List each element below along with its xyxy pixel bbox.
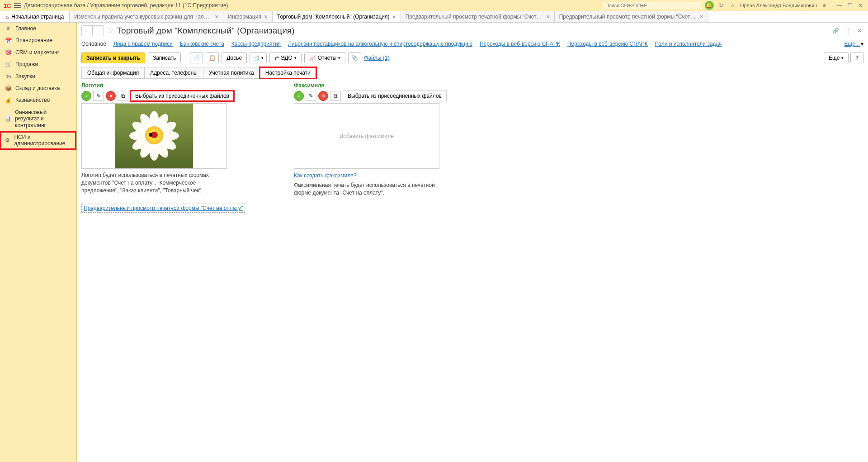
subnav-roles[interactable]: Роли и исполнители задач xyxy=(655,41,722,47)
subnav: Основное Лица с правом подписи Банковски… xyxy=(77,39,868,49)
star-icon[interactable]: ☆ xyxy=(107,26,114,36)
subnav-licenses[interactable]: Лицензии поставщиков на алкогольную и сп… xyxy=(288,41,472,47)
edo-button[interactable]: ⇄ ЭДО ▾ xyxy=(269,52,302,63)
edit-button[interactable]: ✎ xyxy=(93,91,104,101)
window-controls: — ❐ ✕ xyxy=(835,2,864,9)
inner-tab-addresses[interactable]: Адреса, телефоны xyxy=(144,67,203,79)
tab-2[interactable]: Информация × xyxy=(223,11,273,22)
tab-label: Торговый дом "Комплексный" (Организация) xyxy=(277,14,389,20)
sidebar-item-finance[interactable]: 📊 Финансовый результат и контроллинг xyxy=(0,106,76,131)
subnav-signers[interactable]: Лица с правом подписи xyxy=(113,41,173,47)
sidebar-item-admin[interactable]: ⚙ НСИ и администрирование xyxy=(0,131,76,150)
sidebar-item-label: Планирование xyxy=(15,37,52,43)
add-button[interactable]: + xyxy=(294,91,304,101)
tab-close-icon[interactable]: × xyxy=(264,13,268,20)
preview-link[interactable]: Предварительный просмотр печатной формы … xyxy=(81,204,245,213)
close-icon[interactable]: ✕ xyxy=(856,2,864,9)
search-input[interactable] xyxy=(603,2,702,9)
gear-icon: ⚙ xyxy=(5,137,10,143)
hamburger-icon[interactable] xyxy=(14,3,21,8)
subnav-more-label: Еще... xyxy=(844,41,860,47)
favorite-icon[interactable]: ☆ xyxy=(728,1,737,10)
subnav-cash[interactable]: Кассы предприятия xyxy=(231,41,281,47)
subnav-spark1[interactable]: Переходы в веб-версию СПАРК xyxy=(480,41,560,47)
inner-tab-general[interactable]: Общая информация xyxy=(81,67,145,79)
tab-4[interactable]: Предварительный просмотр печатной формы … xyxy=(401,11,555,22)
list-icon: ≡ xyxy=(5,25,12,32)
reports-label: Отчеты xyxy=(318,55,336,61)
tab-close-icon[interactable]: × xyxy=(546,13,550,20)
print-button[interactable]: 📄 xyxy=(190,52,203,63)
content-area: ← → ☆ Торговый дом "Комплексный" (Органи… xyxy=(77,23,868,462)
sidebar-item-crm[interactable]: 🎯 CRM и маркетинг xyxy=(0,47,76,58)
app-logo: 1C xyxy=(4,2,11,9)
chevron-down-icon: ▾ xyxy=(861,41,863,47)
subnav-more[interactable]: Еще... ▾ xyxy=(844,41,863,47)
subnav-bank[interactable]: Банковские счета xyxy=(180,41,224,47)
copy-button[interactable]: 📑▾ xyxy=(250,52,267,63)
toolbar: Записать и закрыть Записать 📄 📋 Досье 📑▾… xyxy=(77,49,868,67)
tab-label: Изменены правила учета курсовых разниц д… xyxy=(74,14,212,20)
user-name[interactable]: Орлов Александр Владимирович xyxy=(740,3,817,8)
dossier-button[interactable]: Досье xyxy=(222,52,247,63)
sidebar-item-purchases[interactable]: 🛍 Закупки xyxy=(0,71,76,82)
minimize-icon[interactable]: — xyxy=(835,2,844,9)
settings-icon[interactable]: ≡ xyxy=(820,1,829,10)
sidebar-item-main[interactable]: ≡ Главное xyxy=(0,23,76,34)
how-to-link[interactable]: Как создать факсимиле? xyxy=(294,172,357,179)
sidebar-item-planning[interactable]: 📅 Планирование xyxy=(0,34,76,46)
more-button[interactable]: Еще ▾ xyxy=(824,52,849,63)
doc-button[interactable]: 📋 xyxy=(206,52,219,63)
menu-dots-icon[interactable]: ⋮ xyxy=(844,27,853,35)
tab-close-icon[interactable]: × xyxy=(392,13,396,20)
sidebar-item-sales[interactable]: 🛒 Продажи xyxy=(0,58,76,70)
subnav-spark2[interactable]: Переходы в веб-версию СПАРК xyxy=(567,41,648,47)
save-button[interactable]: Записать xyxy=(148,52,181,63)
notifications-icon[interactable]: 🔔 xyxy=(705,1,714,10)
view-button[interactable]: ⧉ xyxy=(330,91,341,101)
sidebar-item-treasury[interactable]: 💰 Казначейство xyxy=(0,94,76,106)
link-icon[interactable]: 🔗 xyxy=(830,27,841,35)
files-link[interactable]: Файлы (1) xyxy=(364,55,389,61)
delete-button[interactable]: ✕ xyxy=(106,91,116,101)
inner-tab-print[interactable]: Настройка печати xyxy=(259,67,316,79)
tab-3[interactable]: Торговый дом "Комплексный" (Организация)… xyxy=(273,11,401,22)
select-files-button[interactable]: Выбрать из присоединенных файлов xyxy=(343,90,447,101)
logo-description: Логотип будет использоваться в печатных … xyxy=(81,171,226,194)
reports-button[interactable]: 📈 Отчеты ▾ xyxy=(304,52,345,63)
history-icon[interactable]: ↻ xyxy=(717,1,726,10)
logo-preview[interactable] xyxy=(81,103,227,169)
fax-description: Факсимильная печать будет использоваться… xyxy=(294,181,439,197)
delete-button[interactable]: ✕ xyxy=(318,91,328,101)
close-page-icon[interactable]: ✕ xyxy=(855,27,863,35)
tab-close-icon[interactable]: × xyxy=(215,13,218,20)
sidebar-item-label: Финансовый результат и контроллинг xyxy=(15,109,72,129)
sidebar-item-warehouse[interactable]: 📦 Склад и доставка xyxy=(0,82,76,94)
back-button[interactable]: ← xyxy=(82,26,93,36)
sidebar: ≡ Главное 📅 Планирование 🎯 CRM и маркети… xyxy=(0,23,77,462)
select-files-button[interactable]: Выбрать из присоединенных файлов xyxy=(130,90,234,101)
document-tabs: ⌂ Начальная страница Изменены правила уч… xyxy=(0,11,868,23)
tab-close-icon[interactable]: × xyxy=(700,13,703,20)
sidebar-item-label: CRM и маркетинг xyxy=(15,49,59,56)
fax-preview[interactable]: Добавить факсимиле xyxy=(294,103,439,169)
fax-toolbar: + ✎ ✕ ⧉ Выбрать из присоединенных файлов xyxy=(294,90,479,101)
fax-section: Факсимиле + ✎ ✕ ⧉ Выбрать из присоединен… xyxy=(294,82,479,211)
subnav-main[interactable]: Основное xyxy=(81,41,106,47)
logo-section: Логотип + ✎ ✕ ⧉ Выбрать из присоединенны… xyxy=(81,82,267,211)
save-close-button[interactable]: Записать и закрыть xyxy=(81,52,145,63)
home-icon: ⌂ xyxy=(5,14,9,20)
inner-tab-accounting[interactable]: Учетная политика xyxy=(203,67,260,79)
sidebar-item-label: Казначейство xyxy=(15,97,50,103)
add-button[interactable]: + xyxy=(81,91,91,101)
tab-5[interactable]: Предварительный просмотр печатной формы … xyxy=(555,11,708,22)
edit-button[interactable]: ✎ xyxy=(306,91,316,101)
coins-icon: 💰 xyxy=(5,97,12,104)
view-button[interactable]: ⧉ xyxy=(118,91,128,101)
tab-home[interactable]: ⌂ Начальная страница xyxy=(0,11,70,22)
tab-1[interactable]: Изменены правила учета курсовых разниц д… xyxy=(70,11,223,22)
help-button[interactable]: ? xyxy=(850,52,863,63)
forward-button[interactable]: → xyxy=(93,26,104,36)
maximize-icon[interactable]: ❐ xyxy=(846,2,854,9)
attach-button[interactable]: 📎 xyxy=(348,52,361,63)
